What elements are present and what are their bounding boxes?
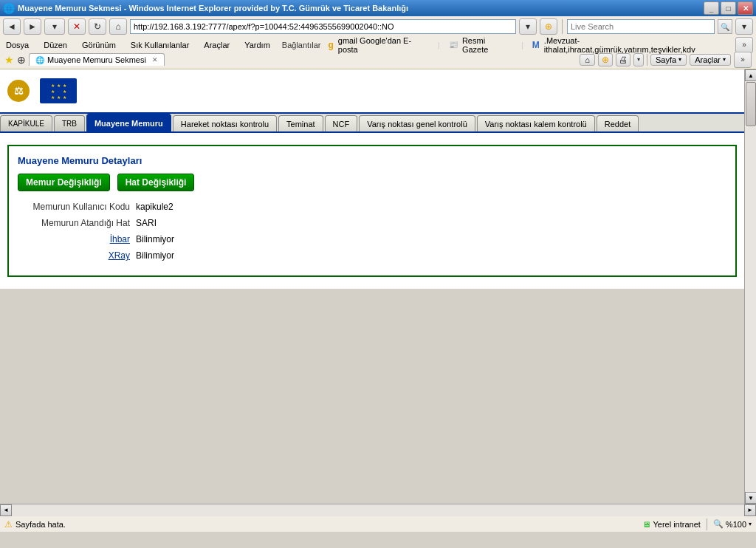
kullanici-kodu-row: Memurun Kullanıcı Kodu kapikule2 bbox=[18, 202, 726, 212]
link-divider1: | bbox=[438, 41, 440, 49]
zone-section: 🖥 Yerel intranet bbox=[642, 520, 700, 529]
tab-teminat-label: Teminat bbox=[286, 120, 315, 129]
araclar-label: Araçlar bbox=[695, 55, 721, 64]
tab-muayene[interactable]: Muayene Memuru bbox=[86, 114, 171, 131]
scroll-thumb[interactable] bbox=[746, 82, 756, 126]
tab-hareket-label: Hareket noktası kontrolu bbox=[181, 120, 269, 129]
home-fav-btn[interactable]: ⌂ bbox=[580, 54, 595, 66]
tab-ncf[interactable]: NCF bbox=[325, 115, 358, 131]
more-btn[interactable]: » bbox=[734, 52, 752, 68]
tab-kapikule[interactable]: KAPİKULE bbox=[0, 115, 52, 131]
araclar-btn[interactable]: Araçlar ▾ bbox=[690, 54, 731, 66]
favorites-add-icon[interactable]: ⊕ bbox=[17, 54, 26, 66]
window-controls: _ □ ✕ bbox=[704, 1, 753, 15]
address-input[interactable] bbox=[130, 19, 516, 34]
xray-label: XRay bbox=[18, 250, 136, 261]
forward-button[interactable]: ► bbox=[24, 18, 41, 35]
xray-row: XRay Bilinmiyor bbox=[18, 250, 726, 261]
stop-button[interactable]: ✕ bbox=[68, 18, 86, 35]
resmigazete-link[interactable]: Resmi Gazete bbox=[462, 36, 512, 54]
menu-dosya[interactable]: Dosya bbox=[3, 39, 32, 51]
gmail-icon: g bbox=[328, 40, 333, 50]
action-buttons: Memur Değişikliği Hat Değişikliği bbox=[18, 174, 726, 191]
vertical-scrollbar: ▲ ▼ bbox=[744, 69, 756, 504]
horizontal-scrollbar: ◄ ► bbox=[0, 504, 756, 516]
favorites-star-icon[interactable]: ★ bbox=[4, 54, 14, 66]
tab-hareket[interactable]: Hareket noktası kontrolu bbox=[173, 115, 277, 131]
tab-reddet-label: Reddet bbox=[605, 120, 630, 129]
gmail-link[interactable]: gmail Google'dan E-posta bbox=[338, 36, 429, 54]
eu-stars: ★ ★ ★ ★ · ★ ★ ★ ★ bbox=[49, 82, 67, 100]
menu-gorunum[interactable]: Görünüm bbox=[79, 39, 119, 51]
window-title: Muayene Memuru Sekmesi - Windows Interne… bbox=[18, 4, 704, 13]
home-button[interactable]: ⌂ bbox=[109, 18, 127, 35]
scroll-up-button[interactable]: ▲ bbox=[745, 69, 756, 81]
scroll-left-button[interactable]: ◄ bbox=[0, 504, 12, 516]
print-options-btn[interactable]: ▾ bbox=[633, 53, 644, 66]
favorites-tab[interactable]: 🌐 Muayene Memuru Sekmesi ✕ bbox=[29, 53, 165, 66]
zone-label: Yerel intranet bbox=[653, 520, 700, 529]
tab-varis-genel[interactable]: Varış noktası genel kontrolü bbox=[359, 115, 475, 131]
content-area: Muayene Memuru Detayları Memur Değişikli… bbox=[0, 133, 744, 289]
kullanici-kodu-value: kapikule2 bbox=[136, 202, 224, 212]
status-bar: ⚠ Sayfada hata. 🖥 Yerel intranet 🔍 %100 … bbox=[0, 516, 756, 532]
print-btn[interactable]: 🖨 bbox=[616, 53, 630, 66]
scroll-track[interactable] bbox=[745, 127, 756, 492]
tab-kapikule-label: KAPİKULE bbox=[8, 120, 44, 128]
tab-trb-label: TRB bbox=[62, 120, 77, 128]
atandigi-hat-value: SARI bbox=[136, 218, 224, 228]
tab-varis-kalem-label: Varış noktası kalem kontrolü bbox=[485, 120, 587, 129]
go-dropdown-button[interactable]: ▾ bbox=[519, 18, 537, 35]
fav-tab-close[interactable]: ✕ bbox=[152, 56, 158, 64]
search-options-button[interactable]: ▾ bbox=[735, 18, 753, 35]
address-dropdown-button[interactable]: ▾ bbox=[44, 18, 65, 35]
search-go-button[interactable]: 🔍 bbox=[718, 19, 732, 34]
sayfa-btn[interactable]: Sayfa ▾ bbox=[650, 54, 687, 66]
maximize-button[interactable]: □ bbox=[721, 1, 736, 15]
minimize-button[interactable]: _ bbox=[704, 1, 719, 15]
tab-ncf-label: NCF bbox=[333, 120, 350, 129]
status-right: 🖥 Yerel intranet 🔍 %100 ▾ bbox=[642, 518, 752, 530]
memur-degisikligi-button[interactable]: Memur Değişikliği bbox=[18, 174, 110, 191]
ihbar-link[interactable]: İhbar bbox=[110, 234, 130, 244]
atandigi-hat-label: Memurun Atandığı Hat bbox=[18, 218, 136, 228]
ihbar-label: İhbar bbox=[18, 234, 136, 244]
zoom-section: 🔍 %100 ▾ bbox=[713, 519, 752, 529]
back-button[interactable]: ◄ bbox=[3, 18, 21, 35]
refresh-button[interactable]: ↻ bbox=[89, 18, 106, 35]
mevzuat-icon: M bbox=[532, 40, 540, 50]
atandigi-hat-row: Memurun Atandığı Hat SARI bbox=[18, 218, 726, 228]
sayfa-arrow: ▾ bbox=[678, 56, 681, 63]
zoom-value: %100 bbox=[726, 520, 746, 529]
tab-reddet[interactable]: Reddet bbox=[597, 115, 639, 131]
tab-trb[interactable]: TRB bbox=[54, 115, 85, 131]
tab-muayene-label: Muayene Memuru bbox=[94, 119, 163, 128]
menu-araclar[interactable]: Araçlar bbox=[201, 39, 233, 51]
tab-varis-genel-label: Varış noktası genel kontrolü bbox=[367, 120, 467, 129]
status-text-section: ⚠ Sayfada hata. bbox=[4, 519, 642, 530]
h-scroll-track[interactable] bbox=[12, 504, 744, 516]
feeds-button[interactable]: ⊕ bbox=[540, 18, 557, 35]
resmi-icon: 📰 bbox=[449, 41, 458, 49]
tab-teminat[interactable]: Teminat bbox=[278, 115, 323, 131]
scroll-down-button[interactable]: ▼ bbox=[745, 492, 756, 504]
menu-sik[interactable]: Sık Kullanılanlar bbox=[128, 39, 193, 51]
search-input[interactable] bbox=[567, 19, 715, 34]
feeds-fav-btn[interactable]: ⊕ bbox=[598, 53, 613, 66]
close-button[interactable]: ✕ bbox=[738, 1, 753, 15]
zone-icon: 🖥 bbox=[642, 520, 650, 529]
sayfa-label: Sayfa bbox=[656, 55, 676, 64]
xray-link[interactable]: XRay bbox=[109, 250, 130, 261]
menu-duzen[interactable]: Düzen bbox=[41, 39, 70, 51]
araclar-arrow: ▾ bbox=[723, 56, 726, 63]
scroll-right-button[interactable]: ► bbox=[744, 504, 756, 516]
menu-yardim[interactable]: Yardım bbox=[241, 39, 273, 51]
xray-value: Bilinmiyor bbox=[136, 250, 224, 261]
tab-varis-kalem[interactable]: Varış noktası kalem kontrolü bbox=[477, 115, 595, 131]
menu-more-button[interactable]: » bbox=[735, 37, 753, 53]
browser-main: ⚖ ★ ★ ★ ★ · ★ ★ ★ ★ bbox=[0, 69, 756, 504]
kullanici-kodu-label: Memurun Kullanıcı Kodu bbox=[18, 202, 136, 212]
zoom-arrow: ▾ bbox=[749, 521, 752, 527]
hat-degisikligi-button[interactable]: Hat Değişikliği bbox=[117, 174, 195, 191]
status-divider bbox=[707, 518, 707, 530]
